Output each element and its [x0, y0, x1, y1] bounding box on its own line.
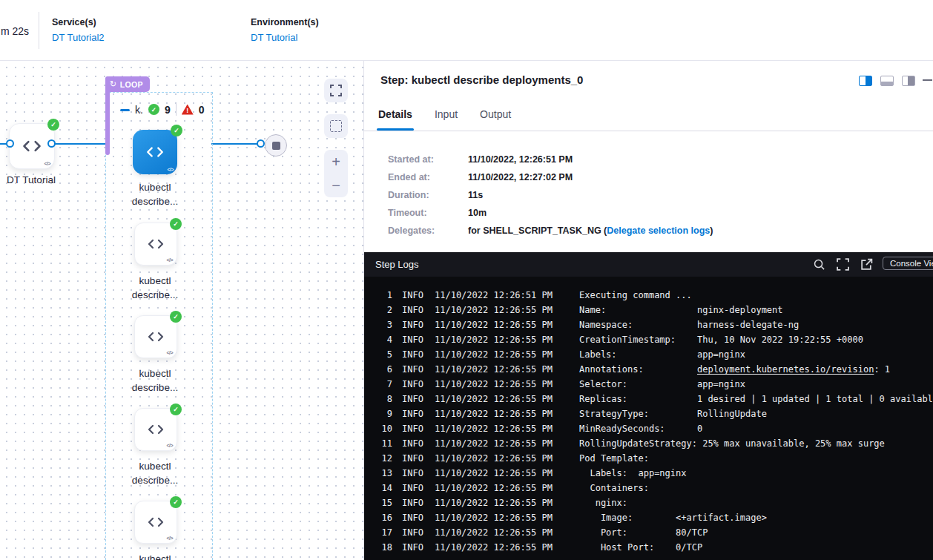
- code-icon-small: </>: [166, 443, 173, 448]
- marquee-select-button[interactable]: [324, 114, 348, 138]
- detail-row: Started at:11/10/2022, 12:26:51 PM: [388, 151, 713, 168]
- log-level: INFO: [402, 495, 435, 510]
- log-timestamp: 11/10/2022 12:26:55 PM: [435, 347, 579, 362]
- search-icon[interactable]: [813, 258, 825, 271]
- log-level: INFO: [402, 481, 435, 495]
- log-message: Pod Template:: [579, 451, 649, 466]
- code-icon-small: </>: [44, 161, 50, 166]
- service-link[interactable]: DT Tutorial2: [52, 32, 105, 43]
- layout-toggles: [364, 76, 933, 88]
- log-line-number: 18: [375, 540, 392, 555]
- log-message: Image: <+artifact.image>: [579, 510, 767, 525]
- detail-label: Ended at:: [388, 172, 468, 182]
- marquee-icon: [330, 120, 342, 132]
- log-message: StrategyType: RollingUpdate: [579, 406, 767, 421]
- log-message: nginx:: [579, 495, 627, 510]
- environment-link[interactable]: DT Tutorial: [251, 32, 319, 43]
- step-node[interactable]: </>✓: [134, 501, 177, 544]
- console-view-button[interactable]: Console View: [883, 257, 933, 270]
- loop-badge[interactable]: ↻ LOOP: [105, 76, 150, 92]
- tab-output[interactable]: Output: [478, 104, 512, 131]
- log-level: INFO: [402, 406, 435, 421]
- tab-details[interactable]: Details: [377, 104, 414, 131]
- log-timestamp: 11/10/2022 12:26:51 PM: [435, 288, 579, 303]
- log-timestamp: 11/10/2022 12:26:55 PM: [435, 540, 579, 555]
- log-level: INFO: [402, 317, 435, 332]
- warning-icon: !: [182, 105, 194, 115]
- tab-input[interactable]: Input: [433, 104, 459, 131]
- log-line-number: 9: [375, 406, 392, 421]
- execution-header: m 22s Service(s) DT Tutorial2 Environmen…: [0, 0, 933, 61]
- log-line: 15INFO11/10/2022 12:26:55 PM nginx:: [375, 495, 933, 510]
- layout-right-view-icon[interactable]: [902, 76, 915, 86]
- count-divider: [176, 103, 177, 116]
- log-timestamp: 11/10/2022 12:26:55 PM: [435, 525, 579, 540]
- log-line-number: 7: [375, 377, 392, 392]
- step-node[interactable]: </>✓: [133, 130, 177, 174]
- log-timestamp: 11/10/2022 12:26:55 PM: [435, 303, 579, 317]
- step-node-label: kubectl describe...: [119, 274, 191, 302]
- open-in-new-window-icon[interactable]: [860, 258, 873, 271]
- log-timestamp: 11/10/2022 12:26:55 PM: [435, 510, 579, 525]
- log-line: 8INFO11/10/2022 12:26:55 PMReplicas: 1 d…: [375, 392, 933, 406]
- code-icon: [147, 235, 165, 253]
- log-level: INFO: [402, 540, 435, 555]
- log-level: INFO: [402, 362, 435, 377]
- log-timestamp: 11/10/2022 12:26:55 PM: [435, 317, 579, 332]
- edge-line: [52, 143, 106, 145]
- zoom-in-button[interactable]: +: [324, 150, 348, 174]
- pipeline-execution-page: m 22s Service(s) DT Tutorial2 Environmen…: [0, 0, 933, 560]
- log-line: 2INFO11/10/2022 12:26:55 PMName: nginx-d…: [375, 303, 933, 317]
- service-block: Service(s) DT Tutorial2: [52, 17, 105, 43]
- log-message: RollingUpdateStrategy: 25% max unavailab…: [579, 436, 885, 451]
- detail-row: Delegates:for SHELL_SCRIPT_TASK_NG (Dele…: [388, 222, 713, 240]
- log-line-number: 10: [375, 421, 392, 436]
- log-line: 6INFO11/10/2022 12:26:55 PMAnnotations: …: [375, 362, 933, 377]
- success-badge: ✓: [170, 496, 182, 508]
- log-message: Executing command ...: [579, 288, 692, 303]
- log-level: INFO: [402, 347, 435, 362]
- collapse-icon[interactable]: [120, 109, 130, 112]
- layout-split-view-icon[interactable]: [859, 76, 872, 86]
- log-lines[interactable]: 1INFO11/10/2022 12:26:51 PMExecuting com…: [364, 277, 933, 560]
- code-icon-small: </>: [166, 350, 173, 355]
- connector-port[interactable]: [6, 139, 14, 148]
- detail-tabs: Details Input Output: [364, 104, 933, 131]
- log-annotation-link[interactable]: deployment.kubernetes.io/revision: [697, 364, 874, 375]
- detail-row: Timeout:10m: [388, 204, 713, 222]
- detail-value: 11/10/2022, 12:27:02 PM: [468, 172, 573, 182]
- log-line-number: 16: [375, 510, 392, 525]
- log-line: 14INFO11/10/2022 12:26:55 PM Containers:: [375, 481, 933, 495]
- code-icon: [145, 142, 165, 162]
- code-icon: [22, 136, 42, 157]
- log-timestamp: 11/10/2022 12:26:55 PM: [435, 392, 579, 406]
- connector-port[interactable]: [47, 139, 56, 148]
- log-message: Labels: app=nginx: [579, 466, 687, 481]
- detail-row: Ended at:11/10/2022, 12:27:02 PM: [388, 168, 713, 186]
- detail-label: Duration:: [388, 190, 468, 200]
- step-details-panel: Step: kubectl describe deployments_0 Det…: [363, 61, 933, 560]
- fullscreen-icon: [330, 85, 342, 96]
- layout-bottom-view-icon[interactable]: [880, 76, 894, 86]
- zoom-controls: + −: [324, 150, 348, 197]
- step-node[interactable]: </>✓: [134, 315, 177, 358]
- step-node[interactable]: </>✓: [134, 408, 177, 451]
- pipeline-canvas[interactable]: ↻ LOOP k. ✓ 9 ! 0 </> ✓ DT Tutorial </>✓…: [0, 61, 363, 560]
- zoom-out-button[interactable]: −: [324, 174, 348, 197]
- fullscreen-icon[interactable]: [837, 258, 849, 271]
- detail-value: 10m: [468, 208, 487, 218]
- fit-to-screen-button[interactable]: [324, 79, 348, 102]
- end-node[interactable]: [265, 134, 287, 157]
- log-message: Name: nginx-deployment: [579, 303, 783, 317]
- log-line: 16INFO11/10/2022 12:26:55 PM Image: <+ar…: [375, 510, 933, 525]
- log-line: 11INFO11/10/2022 12:26:55 PMRollingUpdat…: [375, 436, 933, 451]
- stage-node-label: DT Tutorial: [0, 173, 67, 187]
- fail-count: 0: [199, 104, 205, 116]
- log-line: 13INFO11/10/2022 12:26:55 PM Labels: app…: [375, 466, 933, 481]
- connector-port[interactable]: [257, 139, 265, 148]
- delegate-selection-logs-link[interactable]: Delegate selection logs: [607, 225, 710, 236]
- minimize-panel-icon[interactable]: [923, 79, 932, 81]
- step-node[interactable]: </>✓: [134, 223, 177, 266]
- log-line-number: 6: [375, 362, 392, 377]
- log-line-number: 4: [375, 332, 392, 347]
